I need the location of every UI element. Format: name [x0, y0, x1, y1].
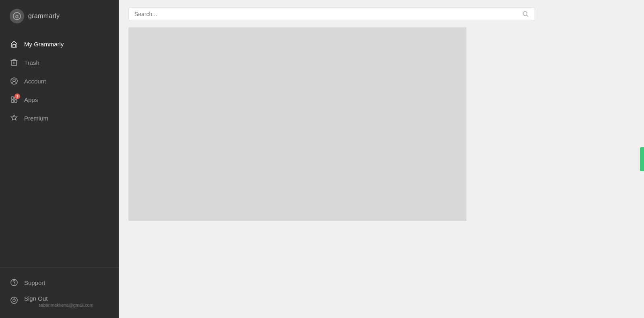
svg-point-14 [13, 299, 15, 301]
sidebar-item-my-grammarly[interactable]: My Grammarly [0, 35, 119, 53]
search-container [119, 0, 644, 27]
search-input[interactable] [134, 11, 522, 17]
right-accent-bar [640, 147, 644, 171]
sidebar-item-label: Trash [24, 59, 39, 66]
svg-rect-8 [11, 97, 14, 99]
sidebar-item-account[interactable]: Account [0, 72, 119, 90]
app-name: grammarly [28, 12, 60, 20]
content-area [119, 27, 644, 318]
sidebar-item-trash[interactable]: Trash [0, 53, 119, 72]
signout-icon [10, 296, 19, 305]
svg-rect-3 [12, 60, 17, 66]
search-bar [128, 7, 535, 21]
apps-icon: 3 [10, 95, 19, 104]
apps-badge: 3 [14, 94, 20, 99]
sidebar-navigation: My Grammarly Trash [0, 31, 119, 267]
sidebar-item-label: Account [24, 78, 46, 85]
sidebar-item-label: My Grammarly [24, 41, 64, 48]
trash-icon [10, 58, 19, 67]
sidebar: G grammarly My Grammarly [0, 0, 119, 318]
signout-email: sabarimakkena@gmail.com [39, 303, 93, 308]
sidebar-item-sign-out[interactable]: Sign Out sabarimakkena@gmail.com [0, 291, 119, 312]
sidebar-item-label: Premium [24, 115, 48, 122]
svg-text:G: G [15, 14, 19, 19]
signout-label: Sign Out [24, 295, 93, 302]
main-content [119, 0, 644, 318]
signout-block: Sign Out sabarimakkena@gmail.com [24, 295, 93, 308]
support-icon [10, 278, 19, 287]
content-placeholder [128, 27, 466, 221]
home-icon [10, 39, 19, 48]
search-icon [522, 11, 529, 17]
sidebar-item-support[interactable]: Support [0, 274, 119, 291]
app-logo[interactable]: G grammarly [0, 0, 119, 31]
sidebar-item-premium[interactable]: Premium [0, 109, 119, 127]
svg-rect-11 [14, 100, 17, 102]
sidebar-item-label: Support [24, 279, 45, 286]
svg-rect-2 [13, 44, 15, 47]
sidebar-item-apps[interactable]: 3 Apps [0, 90, 119, 109]
svg-point-7 [13, 79, 15, 81]
svg-line-17 [527, 15, 528, 17]
logo-icon: G [10, 9, 24, 23]
premium-icon [10, 114, 19, 123]
svg-rect-10 [11, 100, 14, 102]
sidebar-item-label: Apps [24, 96, 38, 103]
account-icon [10, 77, 19, 85]
sidebar-bottom: Support Sign Out sabarimakkena@gmail.com [0, 267, 119, 318]
